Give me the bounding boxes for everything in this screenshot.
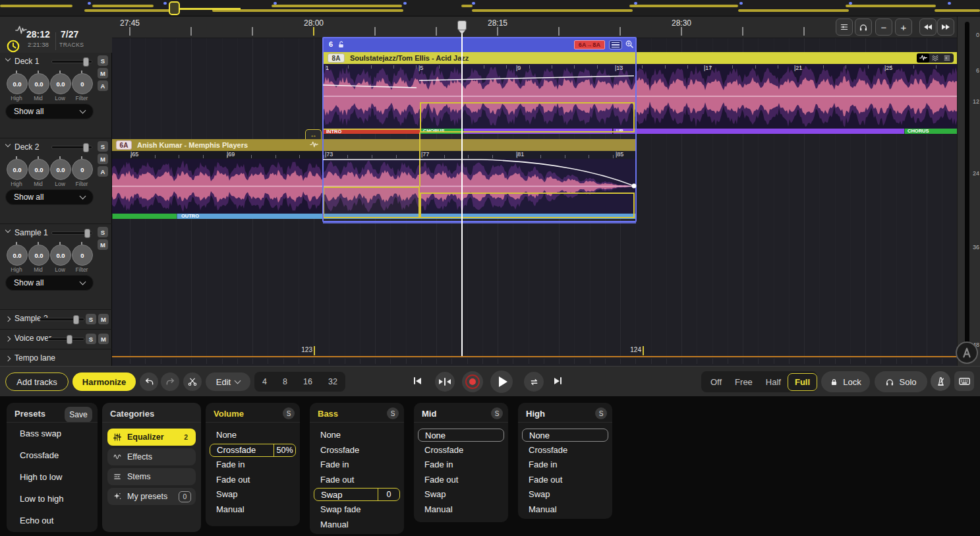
transition-box[interactable] xyxy=(420,102,635,133)
mute-button[interactable]: M xyxy=(98,314,109,324)
volume-slider[interactable] xyxy=(51,231,92,235)
playhead-pin[interactable] xyxy=(457,20,467,30)
option-swap[interactable]: Swap0 xyxy=(314,488,400,501)
eq-knob-low[interactable]: 0.0 xyxy=(50,245,71,266)
timeline-minimap[interactable] xyxy=(0,0,980,16)
option-crossfade[interactable]: Crossfade50% xyxy=(210,444,296,457)
section-segment-up[interactable]: UP xyxy=(613,129,904,134)
filter-dropdown[interactable]: Show all xyxy=(5,275,94,291)
option-fade-out[interactable]: Fade out xyxy=(424,475,458,485)
solo-button[interactable]: S xyxy=(86,314,96,324)
preset-item[interactable]: Echo out xyxy=(20,516,53,525)
mute-button[interactable]: M xyxy=(98,334,109,344)
section-segment-intro[interactable]: INTRO xyxy=(323,129,420,134)
eq-knob-high[interactable]: 0.0 xyxy=(7,245,28,266)
play-button[interactable] xyxy=(490,371,513,393)
stem-solo-button[interactable]: S xyxy=(491,407,503,419)
option-fade-in[interactable]: Fade in xyxy=(216,460,245,469)
option-none[interactable]: None xyxy=(418,429,504,442)
mixer-view-icon[interactable] xyxy=(941,54,953,62)
collapse-chevron-icon[interactable] xyxy=(5,56,11,61)
preset-item[interactable]: High to low xyxy=(20,472,62,482)
sync-mode-full[interactable]: Full xyxy=(788,373,817,391)
stem-solo-button[interactable]: S xyxy=(387,407,399,419)
eq-knob-high[interactable]: 0.0 xyxy=(7,159,28,180)
mute-button[interactable]: M xyxy=(98,68,108,78)
unlock-icon[interactable] xyxy=(337,40,345,49)
preset-item[interactable]: Low to high xyxy=(20,494,64,504)
waveform-view-icon[interactable] xyxy=(917,53,929,63)
save-preset-button[interactable]: Save xyxy=(65,407,92,423)
eq-knob-filter[interactable]: 0 xyxy=(72,73,93,94)
fast-forward-button[interactable] xyxy=(937,18,954,36)
filter-dropdown[interactable]: Show all xyxy=(5,104,94,119)
option-crossfade[interactable]: Crossfade xyxy=(424,445,463,455)
rewind-button[interactable] xyxy=(919,18,937,36)
solo-button[interactable]: Solo xyxy=(875,371,927,392)
track-title-bar[interactable]: 8A Soulstatejazz/Tom Ellis - Acid Jazz xyxy=(323,52,957,64)
lock-button[interactable]: Lock xyxy=(821,371,870,392)
skip-end-button[interactable] xyxy=(554,377,562,384)
eq-knob-mid[interactable]: 0.0 xyxy=(28,159,49,180)
track-view-switcher[interactable] xyxy=(917,53,954,63)
sync-mode-free[interactable]: Free xyxy=(728,374,759,390)
redo-button[interactable] xyxy=(161,372,179,391)
option-manual[interactable]: Manual xyxy=(424,504,453,514)
slider-handle[interactable] xyxy=(67,335,72,344)
section-segment[interactable] xyxy=(112,214,177,219)
length-option-4[interactable]: 4 xyxy=(262,377,267,386)
option-swap[interactable]: Swap xyxy=(529,489,550,499)
keyboard-shortcuts-button[interactable] xyxy=(954,371,974,391)
length-option-8[interactable]: 8 xyxy=(283,377,287,386)
headphones-button[interactable] xyxy=(855,18,872,36)
eq-knob-mid[interactable]: 0.0 xyxy=(28,73,49,94)
sync-mode-half[interactable]: Half xyxy=(759,374,788,390)
add-tracks-button[interactable]: Add tracks xyxy=(5,372,69,391)
option-fade-out[interactable]: Fade out xyxy=(320,475,354,485)
category-item-equalizer[interactable]: Equalizer2 xyxy=(107,429,196,446)
slider-handle[interactable] xyxy=(83,57,89,67)
time-ruler[interactable]: 27:4528:0028:1528:30−+ xyxy=(112,16,957,38)
eq-knob-filter[interactable]: 0 xyxy=(72,159,93,180)
length-option-16[interactable]: 16 xyxy=(303,377,312,386)
volume-slider[interactable] xyxy=(47,338,84,341)
stems-view-icon[interactable] xyxy=(929,54,941,62)
slider-handle[interactable] xyxy=(73,315,79,324)
option-fade-out[interactable]: Fade out xyxy=(529,475,562,485)
transition-box[interactable] xyxy=(420,193,635,218)
option-swap[interactable]: Swap xyxy=(216,489,238,499)
split-at-playhead-button[interactable] xyxy=(435,372,455,392)
transition-box[interactable] xyxy=(323,187,420,218)
option-crossfade[interactable]: Crossfade xyxy=(529,445,567,455)
volume-slider[interactable] xyxy=(51,60,92,63)
length-option-32[interactable]: 32 xyxy=(328,377,337,386)
option-fade-in[interactable]: Fade in xyxy=(529,460,557,469)
timeline-area[interactable]: 6 6A→8A 8A Soulstatejazz/Tom Ellis - Aci… xyxy=(112,16,957,366)
option-none[interactable]: None xyxy=(522,429,608,442)
auto-button[interactable]: A xyxy=(98,166,108,177)
eq-knob-mid[interactable]: 0.0 xyxy=(28,245,49,266)
scissors-button[interactable] xyxy=(183,372,202,391)
vertical-scrollbar[interactable] xyxy=(964,22,970,359)
volume-slider[interactable] xyxy=(51,146,92,149)
option-manual[interactable]: Manual xyxy=(529,504,557,514)
record-button[interactable] xyxy=(462,371,483,392)
eq-knob-low[interactable]: 0.0 xyxy=(50,159,71,180)
collapse-chevron-icon[interactable] xyxy=(5,356,11,361)
option-fade-in[interactable]: Fade in xyxy=(320,460,349,469)
track-waveform[interactable]: 1|5|9|13|17|21|25 xyxy=(323,64,957,129)
loop-button[interactable] xyxy=(524,372,544,392)
option-none[interactable]: None xyxy=(216,430,237,440)
option-crossfade[interactable]: Crossfade xyxy=(320,445,359,455)
option-swap[interactable]: Swap xyxy=(424,489,446,499)
stem-solo-button[interactable]: S xyxy=(283,407,295,419)
transition-resize-handle[interactable]: ↔ xyxy=(305,129,322,139)
zoom-out-button[interactable]: − xyxy=(875,18,892,36)
harmonize-button[interactable]: Harmonize xyxy=(72,372,136,391)
category-item-my-presets[interactable]: My presets0 xyxy=(107,488,196,505)
collapse-chevron-icon[interactable] xyxy=(5,316,11,322)
category-item-stems[interactable]: Stems xyxy=(107,468,196,485)
option-value[interactable]: 50% xyxy=(274,446,295,455)
mute-button[interactable]: M xyxy=(98,154,108,164)
solo-button[interactable]: S xyxy=(98,141,108,152)
